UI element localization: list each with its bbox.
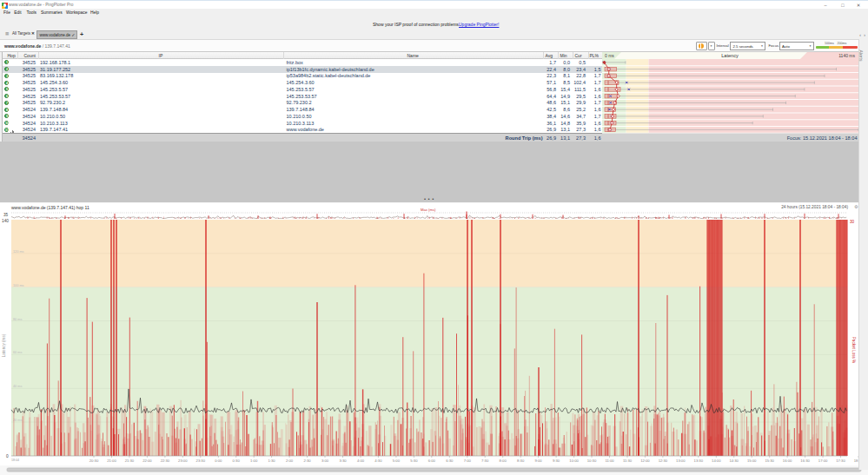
svg-text:60 ms: 60 ms	[13, 351, 22, 354]
svg-text:16:30: 16:30	[800, 459, 810, 463]
svg-text:1140 ms: 1140 ms	[838, 53, 855, 58]
svg-text:5:00: 5:00	[393, 459, 401, 463]
svg-text:10:00: 10:00	[569, 459, 579, 463]
svg-text:17:30: 17:30	[836, 459, 845, 463]
svg-text:8:30: 8:30	[517, 459, 525, 463]
svg-text:11:00: 11:00	[605, 459, 614, 463]
svg-text:30: 30	[850, 220, 855, 224]
svg-text:15:00: 15:00	[747, 459, 757, 463]
svg-text:14:00: 14:00	[712, 459, 721, 463]
svg-text:www.vodafone.de (139.7.147.41): www.vodafone.de (139.7.147.41) hop 11	[11, 205, 89, 210]
svg-text:6:00: 6:00	[428, 459, 436, 463]
svg-text:22:00: 22:00	[142, 459, 152, 463]
svg-text:6:30: 6:30	[446, 459, 454, 463]
svg-text:40 ms: 40 ms	[13, 385, 22, 388]
svg-text:22:30: 22:30	[161, 459, 170, 463]
svg-text:140: 140	[2, 219, 9, 223]
svg-text:9:00: 9:00	[535, 459, 543, 463]
svg-text:4:00: 4:00	[357, 459, 365, 463]
svg-text:11:30: 11:30	[623, 459, 633, 463]
svg-text:7:30: 7:30	[481, 459, 489, 463]
svg-text:17:00: 17:00	[818, 459, 828, 463]
svg-text:21:00: 21:00	[107, 459, 116, 463]
svg-text:15:30: 15:30	[765, 459, 774, 463]
svg-text:Latency (ms): Latency (ms)	[2, 333, 6, 357]
svg-text:0 ms: 0 ms	[605, 53, 614, 58]
svg-text:4:30: 4:30	[374, 459, 382, 463]
svg-text:Packet Loss %: Packet Loss %	[851, 337, 856, 363]
svg-text:2:30: 2:30	[304, 459, 312, 463]
svg-text:120 ms: 120 ms	[13, 250, 24, 254]
svg-text:Max (ms): Max (ms)	[421, 208, 436, 212]
svg-text:1:00: 1:00	[250, 459, 258, 463]
svg-text:35: 35	[3, 213, 9, 217]
svg-text:23:30: 23:30	[196, 459, 206, 463]
svg-text:0: 0	[6, 454, 9, 459]
svg-text:1:30: 1:30	[268, 459, 276, 463]
svg-text:20 ms: 20 ms	[13, 419, 22, 422]
svg-text:7:00: 7:00	[464, 459, 472, 463]
svg-text:18:04: 18:04	[11, 459, 19, 462]
svg-text:3:30: 3:30	[339, 459, 347, 463]
svg-text:0:00: 0:00	[215, 459, 222, 463]
svg-text:21:30: 21:30	[125, 459, 135, 463]
svg-text:13:00: 13:00	[676, 459, 686, 463]
svg-text:0:30: 0:30	[233, 459, 241, 463]
svg-text:10:30: 10:30	[587, 459, 597, 463]
svg-text:13:30: 13:30	[694, 459, 704, 463]
svg-text:3:00: 3:00	[321, 459, 329, 463]
svg-text:8:00: 8:00	[500, 459, 507, 463]
svg-text:12:30: 12:30	[659, 459, 668, 463]
svg-text:16:00: 16:00	[783, 459, 792, 463]
svg-text:100 ms: 100 ms	[13, 284, 24, 287]
svg-text:80 ms: 80 ms	[13, 318, 22, 321]
svg-text:14:30: 14:30	[729, 459, 739, 463]
svg-text:9:30: 9:30	[553, 459, 560, 463]
svg-text:2:00: 2:00	[286, 459, 294, 463]
svg-text:20:30: 20:30	[89, 459, 99, 463]
svg-text:5:30: 5:30	[410, 459, 418, 463]
svg-text:23:00: 23:00	[178, 459, 188, 463]
svg-text:12:00: 12:00	[640, 459, 650, 463]
svg-text:Latency: Latency	[721, 53, 739, 58]
svg-text:24 hours (15.12.2021 18:04 - 1: 24 hours (15.12.2021 18:04 - 18:04)	[781, 205, 848, 209]
